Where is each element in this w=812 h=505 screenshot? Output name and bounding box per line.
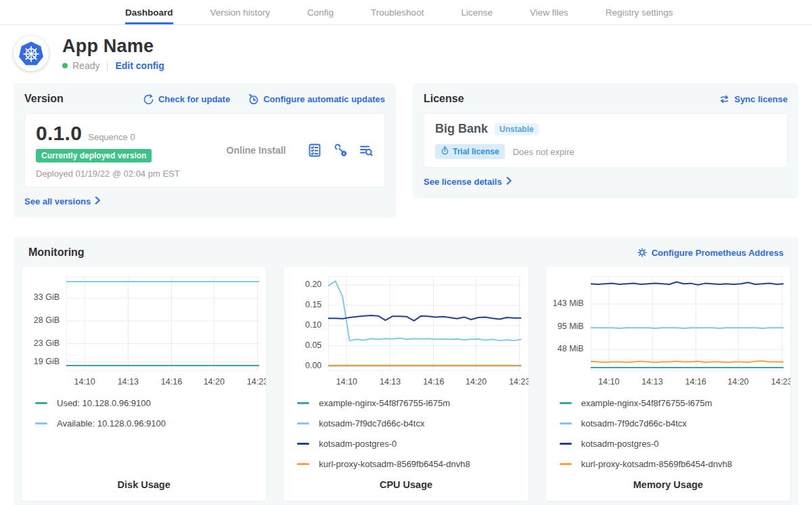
legend-item: kotsadm-7f9dc7d66c-b4tcx — [560, 418, 790, 429]
tab-troubleshoot[interactable]: Troubleshoot — [371, 0, 424, 24]
tab-license[interactable]: License — [461, 0, 493, 24]
sync-license-label: Sync license — [734, 94, 788, 104]
sync-arrows-icon — [719, 93, 730, 105]
plot-area-memory-usage: 143 MiB95 MiB48 MiB — [546, 273, 784, 374]
sync-license-button[interactable]: Sync license — [719, 93, 788, 105]
legend-label: example-nginx-54f8f76755-l675m — [581, 398, 713, 408]
license-card-title: License — [424, 93, 464, 105]
plot-area-disk-usage: 33 GiB28 GiB23 GiB19 GiB — [22, 273, 259, 374]
legend-color-dash — [297, 443, 309, 445]
see-license-details-link[interactable]: See license details — [424, 177, 512, 187]
version-card: Version Check for update — [14, 83, 396, 218]
x-axis-tick-label: 14:23 — [509, 377, 528, 387]
legend-color-dash — [35, 422, 47, 424]
version-card-title: Version — [24, 93, 64, 105]
legend-label: kotsadm-postgres-0 — [319, 439, 397, 449]
x-axis-memory-usage: 14:1014:1314:1614:2014:23 — [591, 374, 784, 389]
x-axis-tick-label: 14:23 — [771, 377, 790, 387]
y-axis-tick-label: 0.20 — [284, 280, 321, 289]
license-card: License Sync license Big Bank Unstable — [413, 83, 798, 198]
legend-label: kotsadm-postgres-0 — [581, 439, 659, 449]
tab-dashboard[interactable]: Dashboard — [125, 0, 173, 24]
tab-version-history[interactable]: Version history — [210, 0, 271, 24]
gear-icon — [637, 247, 648, 258]
legend-item: example-nginx-54f8f76755-l675m — [560, 398, 790, 408]
y-axis-tick-label: 19 GiB — [22, 357, 60, 366]
see-all-versions-link[interactable]: See all versions — [24, 196, 101, 206]
tab-config[interactable]: Config — [307, 0, 334, 24]
configure-automatic-updates-button[interactable]: Configure automatic updates — [248, 93, 385, 105]
page-title: App Name — [62, 36, 164, 57]
chart-title: Memory Usage — [546, 479, 790, 490]
legend-color-dash — [35, 402, 47, 404]
y-axis-tick-label: 0.10 — [284, 320, 321, 330]
legend-label: Used: 10.128.0.96:9100 — [57, 398, 151, 408]
preflight-checks-icon[interactable] — [307, 143, 322, 158]
currently-deployed-badge: Currently deployed version — [36, 149, 152, 162]
legend-label: kotsadm-7f9dc7d66c-b4tcx — [319, 418, 424, 429]
check-for-update-button[interactable]: Check for update — [143, 93, 230, 105]
y-axis-tick-label: 0.05 — [284, 341, 321, 350]
chart-title: Disk Usage — [22, 479, 266, 490]
legend-item: Available: 10.128.0.96:9100 — [35, 418, 266, 429]
plot-area-cpu-usage: 0.200.150.100.050.00 — [284, 273, 521, 374]
x-axis-tick-label: 14:20 — [204, 377, 225, 387]
x-axis-tick-label: 14:10 — [74, 377, 95, 387]
configure-prometheus-button[interactable]: Configure Prometheus Address — [637, 247, 784, 258]
x-axis-tick-label: 14:20 — [466, 377, 487, 387]
legend-item: kotsadm-postgres-0 — [297, 439, 528, 449]
y-axis-tick-label: 48 MiB — [546, 344, 584, 353]
x-axis-tick-label: 14:13 — [380, 377, 401, 387]
trial-license-badge: Trial license — [435, 144, 505, 159]
tab-view-files[interactable]: View files — [530, 0, 568, 24]
install-type-label: Online Install — [205, 145, 307, 156]
clock-arrow-icon — [248, 93, 259, 105]
legend-item: example-nginx-54f8f76755-l675m — [297, 398, 528, 408]
kubernetes-wheel-icon — [18, 40, 45, 67]
trial-license-label: Trial license — [453, 147, 499, 156]
refresh-icon — [143, 93, 154, 105]
x-axis-tick-label: 14:16 — [423, 377, 444, 387]
legend-item: kurl-proxy-kotsadm-8569fb6454-dnvh8 — [560, 459, 790, 469]
x-axis-tick-label: 14:20 — [727, 377, 748, 387]
legend-color-dash — [297, 402, 309, 404]
see-license-details-label: See license details — [424, 177, 502, 187]
x-axis-tick-label: 14:13 — [118, 377, 139, 387]
expiry-text: Does not expire — [513, 147, 574, 157]
legend-label: kotsadm-7f9dc7d66c-b4tcx — [581, 418, 687, 429]
y-axis-tick-label: 28 GiB — [22, 315, 60, 325]
current-version-panel: 0.1.0 Sequence 0 Currently deployed vers… — [24, 113, 385, 188]
chevron-right-icon — [506, 177, 512, 187]
version-number: 0.1.0 — [36, 122, 82, 145]
legend-color-dash — [297, 463, 309, 465]
legend-color-dash — [560, 443, 572, 445]
y-axis-tick-label: 0.00 — [284, 361, 321, 370]
check-for-update-label: Check for update — [158, 94, 230, 104]
y-axis-tick-label: 143 MiB — [546, 299, 584, 308]
y-axis-tick-label: 0.15 — [284, 300, 321, 309]
x-axis-tick-label: 14:16 — [685, 377, 706, 387]
legend-color-dash — [560, 422, 572, 424]
edit-config-wrench-icon[interactable] — [333, 143, 348, 158]
y-axis-tick-label: 33 GiB — [22, 292, 60, 302]
status-dot — [62, 63, 68, 68]
x-axis-tick-label: 14:23 — [247, 377, 267, 387]
legend-color-dash — [297, 422, 309, 424]
chart-title: CPU Usage — [284, 479, 528, 490]
configure-automatic-updates-label: Configure automatic updates — [263, 94, 385, 104]
x-axis-tick-label: 14:10 — [336, 377, 357, 387]
monitoring-card: Monitoring Configure Prometheus Address … — [14, 237, 798, 505]
x-axis-cpu-usage: 14:1014:1314:1614:2014:23 — [328, 374, 521, 389]
legend-color-dash — [560, 402, 572, 404]
legend-color-dash — [560, 463, 572, 465]
view-logs-icon[interactable] — [359, 143, 374, 158]
channel-badge: Unstable — [495, 123, 539, 135]
customer-name: Big Bank — [435, 122, 488, 136]
app-header: App Name Ready Edit config — [0, 25, 812, 71]
sequence-label: Sequence 0 — [88, 132, 135, 142]
top-navigation: DashboardVersion historyConfigTroublesho… — [0, 0, 812, 25]
legend-item: kurl-proxy-kotsadm-8569fb6454-dnvh8 — [297, 459, 528, 469]
tab-registry-settings[interactable]: Registry settings — [606, 0, 673, 24]
legend-label: example-nginx-54f8f76755-l675m — [319, 398, 450, 408]
edit-config-link[interactable]: Edit config — [115, 60, 164, 71]
